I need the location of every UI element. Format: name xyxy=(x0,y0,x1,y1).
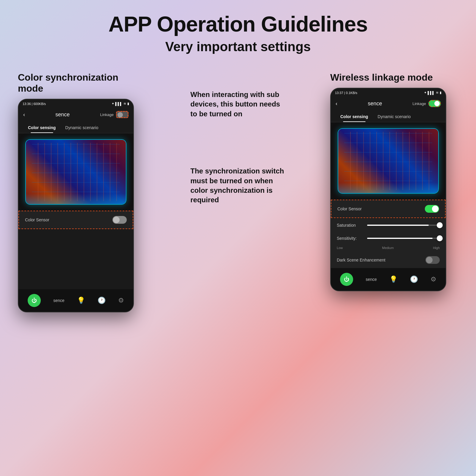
right-saturation-label: Saturation xyxy=(337,223,364,228)
bottom-annotation-text: The synchronization switch must be turne… xyxy=(190,166,286,205)
right-sensitivity-label: Sensitivity: xyxy=(337,236,364,241)
left-sensor-row: Color Sensor xyxy=(18,211,133,229)
left-linkage-toggle[interactable] xyxy=(116,111,129,118)
left-power-button[interactable]: ⏻ xyxy=(28,294,41,307)
left-power-icon: ⏻ xyxy=(32,298,37,304)
left-phone: 13:36 | 600KB/s ✦ ▌▌▌ ≋ ▮ ‹ sence Linkag… xyxy=(18,99,134,312)
left-nav-title: sence xyxy=(55,112,70,118)
left-status-bar: 13:36 | 600KB/s ✦ ▌▌▌ ≋ ▮ xyxy=(18,99,133,108)
left-gear-icon[interactable]: ⚙ xyxy=(118,297,124,304)
right-camera-feed xyxy=(338,128,439,194)
left-bulb-icon[interactable]: 💡 xyxy=(77,297,85,304)
signal-icon: ▌▌▌ xyxy=(115,102,122,106)
right-signal-icon: ▌▌▌ xyxy=(428,91,435,95)
left-top-nav: ‹ sence Linkage xyxy=(18,108,133,121)
right-status-text: 13:37 | 0.1KB/s xyxy=(335,91,357,95)
right-sence-label[interactable]: sence xyxy=(366,277,377,282)
right-linkage-row: Linkage xyxy=(412,100,441,107)
left-sence-label[interactable]: sence xyxy=(53,298,64,303)
main-title: APP Operation Guidelines xyxy=(18,12,458,36)
left-tab-dynamic[interactable]: Dynamic scenario xyxy=(60,123,103,133)
right-dark-scene-row: Dark Scene Enhancement xyxy=(331,252,446,268)
content-area: Color synchronization mode 13:36 | 600KB… xyxy=(18,72,458,312)
right-sensitivity-track[interactable] xyxy=(367,238,440,239)
wifi-icon: ≋ xyxy=(123,102,126,106)
right-sensitivity-fill xyxy=(367,238,433,239)
right-low-label: Low xyxy=(337,246,343,250)
right-sensor-label: Color Sensor xyxy=(337,206,362,211)
left-status-icons: ✦ ▌▌▌ ≋ ▮ xyxy=(112,102,129,106)
right-sensitivity-row: Sensitivity: xyxy=(331,232,446,245)
left-column: Color synchronization mode 13:36 | 600KB… xyxy=(18,72,146,312)
right-back-button[interactable]: ‹ xyxy=(336,101,337,107)
right-dark-scene-label: Dark Scene Enhancement xyxy=(337,258,385,262)
top-annotation-text: When interacting with sub devices, this … xyxy=(190,90,286,119)
right-sensitivity-labels: Low Medium High xyxy=(331,245,446,252)
right-camera-glow xyxy=(338,183,438,194)
right-bluetooth-icon: ✦ xyxy=(424,91,427,95)
right-status-bar: 13:37 | 0.1KB/s ✦ ▌▌▌ ≋ ▮ xyxy=(331,88,446,97)
right-medium-label: Medium xyxy=(382,246,394,250)
right-power-icon: ⏻ xyxy=(344,276,349,283)
left-linkage-label: Linkage xyxy=(100,112,114,117)
right-phone: 13:37 | 0.1KB/s ✦ ▌▌▌ ≋ ▮ ‹ sence Linkag… xyxy=(330,88,446,291)
right-top-nav: ‹ sence Linkage xyxy=(331,97,446,110)
right-gear-icon[interactable]: ⚙ xyxy=(430,275,436,283)
middle-column: When interacting with sub devices, this … xyxy=(146,72,330,205)
right-power-button[interactable]: ⏻ xyxy=(340,273,353,286)
right-saturation-row: Saturation xyxy=(331,219,446,232)
left-tabs-row: Color sensing Dynamic scenario xyxy=(18,121,133,133)
right-status-icons: ✦ ▌▌▌ ≋ ▮ xyxy=(424,91,441,95)
top-annotation: When interacting with sub devices, this … xyxy=(190,90,286,119)
bottom-annotation: The synchronization switch must be turne… xyxy=(190,166,286,205)
right-wifi-icon: ≋ xyxy=(436,91,439,95)
right-battery-icon: ▮ xyxy=(440,91,441,95)
right-bulb-icon[interactable]: 💡 xyxy=(389,275,397,283)
right-linkage-toggle[interactable] xyxy=(428,100,441,107)
right-column: Wireless linkage mode 13:37 | 0.1KB/s ✦ … xyxy=(330,72,458,291)
page-container: APP Operation Guidelines Very important … xyxy=(0,0,476,476)
right-saturation-thumb[interactable] xyxy=(437,222,443,228)
left-bottom-nav: ⏻ sence 💡 🕐 ⚙ xyxy=(18,289,133,312)
left-tab-color-sensing[interactable]: Color sensing xyxy=(23,123,60,133)
right-linkage-label: Linkage xyxy=(412,101,426,106)
right-sensor-row: Color Sensor xyxy=(331,200,446,218)
left-sensor-label: Color Sensor xyxy=(25,217,49,222)
right-sensitivity-thumb[interactable] xyxy=(437,235,443,241)
left-linkage-row: Linkage xyxy=(100,111,129,118)
right-sensor-toggle[interactable] xyxy=(425,205,439,213)
bluetooth-icon: ✦ xyxy=(112,102,114,106)
left-camera-feed xyxy=(25,139,126,205)
right-bottom-nav: ⏻ sence 💡 🕐 ⚙ xyxy=(331,268,446,291)
left-clock-icon[interactable]: 🕐 xyxy=(98,297,106,304)
left-empty-body xyxy=(18,230,133,289)
right-saturation-fill xyxy=(367,225,429,226)
left-status-text: 13:36 | 600KB/s xyxy=(23,102,46,106)
left-section-title: Color synchronization mode xyxy=(18,72,146,94)
right-saturation-track[interactable] xyxy=(367,225,440,226)
right-clock-icon[interactable]: 🕐 xyxy=(410,275,418,283)
left-sensor-toggle[interactable] xyxy=(112,216,127,224)
left-back-button[interactable]: ‹ xyxy=(23,112,25,118)
battery-icon: ▮ xyxy=(127,102,129,106)
right-tabs-row: Color sensing Dynamic scenario xyxy=(331,110,446,122)
left-camera-area xyxy=(18,133,133,211)
left-camera-glow xyxy=(26,194,126,205)
right-tab-dynamic[interactable]: Dynamic scenario xyxy=(373,112,415,122)
right-nav-title: sence xyxy=(368,101,382,107)
right-tab-color-sensing[interactable]: Color sensing xyxy=(336,112,373,122)
right-dark-scene-toggle[interactable] xyxy=(425,256,440,264)
right-camera-area xyxy=(331,122,446,200)
right-section-title: Wireless linkage mode xyxy=(330,72,433,83)
right-high-label: High xyxy=(433,246,440,250)
sub-title: Very important settings xyxy=(18,39,458,54)
